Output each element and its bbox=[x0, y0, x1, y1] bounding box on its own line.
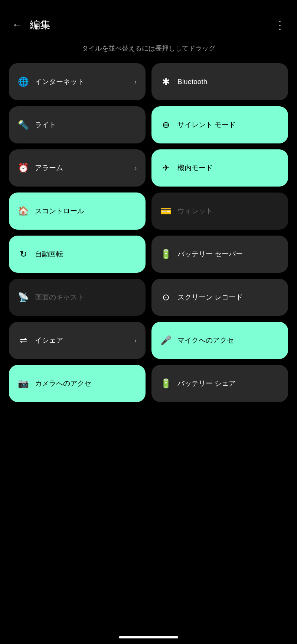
tile-battery-share[interactable]: 🔋バッテリー シェア bbox=[151, 365, 288, 402]
flashlight-label: ライト bbox=[35, 120, 137, 130]
rotation-label: 自動回転 bbox=[35, 249, 137, 259]
tile-nearby-share[interactable]: ⇌イシェア› bbox=[9, 322, 146, 359]
tiles-grid: 🌐インターネット›✱Bluetooth🔦ライト⊖サイレント モード⏰アラーム›✈… bbox=[0, 63, 297, 417]
home-control-label: スコントロール bbox=[35, 206, 137, 216]
battery-saver-icon: 🔋 bbox=[160, 249, 172, 259]
internet-chevron-icon: › bbox=[134, 78, 137, 86]
nearby-share-label: イシェア bbox=[35, 336, 128, 345]
tile-flashlight[interactable]: 🔦ライト bbox=[9, 106, 146, 143]
tile-alarm[interactable]: ⏰アラーム› bbox=[9, 149, 146, 187]
wallet-label: ウォレット bbox=[177, 206, 279, 216]
airplane-label: 機内モード bbox=[177, 163, 279, 173]
rotation-icon: ↻ bbox=[18, 249, 29, 259]
tile-internet[interactable]: 🌐インターネット› bbox=[9, 63, 146, 100]
tile-mic-access[interactable]: 🎤マイクへのアクセ bbox=[151, 322, 288, 359]
wallet-icon: 💳 bbox=[160, 206, 172, 216]
mic-access-icon: 🎤 bbox=[160, 335, 172, 346]
tile-cast[interactable]: 📡画面のキャスト bbox=[9, 279, 146, 316]
tile-battery-saver[interactable]: 🔋バッテリー セーバー bbox=[151, 236, 288, 273]
bluetooth-icon: ✱ bbox=[160, 77, 172, 87]
screen-record-icon: ⊙ bbox=[160, 292, 172, 302]
airplane-icon: ✈ bbox=[160, 163, 172, 173]
mic-access-label: マイクへのアクセ bbox=[177, 336, 279, 345]
tile-wallet[interactable]: 💳ウォレット bbox=[151, 192, 288, 230]
camera-access-icon: 📷 bbox=[18, 378, 29, 389]
bluetooth-label: Bluetooth bbox=[177, 78, 279, 86]
battery-share-icon: 🔋 bbox=[160, 378, 172, 389]
battery-share-label: バッテリー シェア bbox=[177, 379, 279, 388]
tile-screen-record[interactable]: ⊙スクリーン レコード bbox=[151, 279, 288, 316]
internet-icon: 🌐 bbox=[18, 77, 29, 87]
cast-icon: 📡 bbox=[18, 292, 29, 302]
cast-label: 画面のキャスト bbox=[35, 292, 137, 302]
flashlight-icon: 🔦 bbox=[18, 120, 29, 130]
page-title: 編集 bbox=[30, 18, 267, 32]
tile-silent[interactable]: ⊖サイレント モード bbox=[151, 106, 288, 143]
subtitle-text: タイルを並べ替えるには長押ししてドラッグ bbox=[0, 41, 297, 63]
battery-saver-label: バッテリー セーバー bbox=[177, 249, 279, 259]
screen-record-label: スクリーン レコード bbox=[177, 292, 279, 302]
tile-camera-access[interactable]: 📷カメラへのアクセ bbox=[9, 365, 146, 402]
tile-home-control[interactable]: 🏠スコントロール bbox=[9, 192, 146, 230]
internet-label: インターネット bbox=[35, 77, 128, 87]
alarm-chevron-icon: › bbox=[134, 164, 137, 172]
back-button[interactable]: ← bbox=[12, 19, 22, 31]
nearby-share-icon: ⇌ bbox=[18, 335, 29, 346]
more-button[interactable]: ⋮ bbox=[275, 19, 285, 31]
alarm-icon: ⏰ bbox=[18, 163, 29, 173]
silent-label: サイレント モード bbox=[177, 120, 279, 130]
bottom-bar bbox=[0, 631, 297, 644]
tile-airplane[interactable]: ✈機内モード bbox=[151, 149, 288, 187]
tile-rotation[interactable]: ↻自動回転 bbox=[9, 236, 146, 273]
home-indicator bbox=[119, 636, 178, 638]
silent-icon: ⊖ bbox=[160, 120, 172, 130]
alarm-label: アラーム bbox=[35, 163, 128, 173]
nearby-share-chevron-icon: › bbox=[134, 337, 137, 344]
header: ← 編集 ⋮ bbox=[0, 0, 297, 41]
home-control-icon: 🏠 bbox=[18, 206, 29, 216]
camera-access-label: カメラへのアクセ bbox=[35, 379, 137, 388]
tile-bluetooth[interactable]: ✱Bluetooth bbox=[151, 63, 288, 100]
